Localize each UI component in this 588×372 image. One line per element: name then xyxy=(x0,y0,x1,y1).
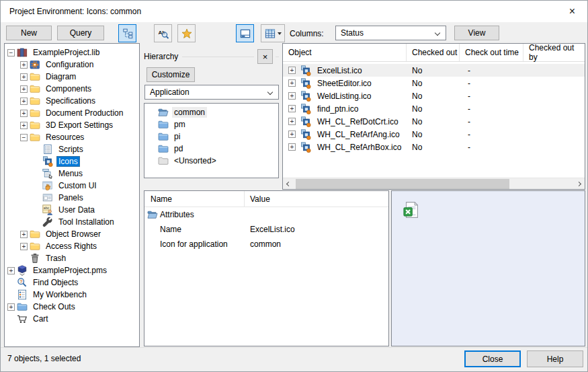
tree-item[interactable]: + Object Browser xyxy=(5,228,139,240)
object-row[interactable]: + WH_CL_RefArhBox.ico No - xyxy=(283,141,585,153)
tree-item[interactable]: Scripts xyxy=(5,143,139,155)
hierarchy-folder-item[interactable]: pi xyxy=(144,131,278,143)
new-button[interactable]: New xyxy=(6,26,52,40)
columns-select[interactable]: Status xyxy=(335,26,446,40)
tree-item[interactable]: Menus xyxy=(5,168,139,180)
column-settings-button[interactable] xyxy=(261,24,285,42)
column-header-check-out-time[interactable]: Check out time xyxy=(460,44,523,61)
name-column-header[interactable]: Name xyxy=(144,191,245,207)
tree-item[interactable]: + Access Rights xyxy=(5,240,139,252)
scrollbar-thumb[interactable] xyxy=(296,179,509,189)
expander-icon[interactable]: + xyxy=(20,85,28,93)
expander-icon[interactable]: + xyxy=(20,122,28,129)
object-row[interactable]: + WH_CL_RefArfAng.ico No - xyxy=(283,128,585,141)
hierarchy-close-button[interactable]: × xyxy=(257,49,273,64)
properties-body: Attributes Name ExcelList.ico Icon xyxy=(144,207,388,252)
object-row[interactable]: + SheetEditor.ico No - xyxy=(283,77,585,89)
window-close-button[interactable]: × xyxy=(557,1,587,22)
search-button[interactable] xyxy=(154,24,172,42)
tree-item[interactable]: + ExampleProject.pms xyxy=(5,264,139,276)
hierarchy-folder-item[interactable]: <Unsorted> xyxy=(144,155,278,167)
tree-item-label: Cart xyxy=(31,313,50,324)
expander-icon[interactable]: + xyxy=(7,267,15,274)
expander-icon[interactable]: + xyxy=(288,92,296,100)
column-header-checked-out-by[interactable]: Checked out by xyxy=(523,44,585,61)
expander-icon[interactable]: + xyxy=(20,98,28,105)
tree-item[interactable]: − Resources xyxy=(5,131,139,143)
tree-item[interactable]: + 3D Export Settings xyxy=(5,119,139,131)
expander-icon[interactable]: + xyxy=(7,303,15,311)
customize-button[interactable]: Customize xyxy=(146,67,195,82)
tree-item[interactable]: − ExampleProject.lib xyxy=(5,46,139,59)
tree-item-label: Trash xyxy=(44,253,68,264)
expander-icon[interactable]: − xyxy=(7,49,15,57)
object-row[interactable]: + find_ptn.ico No - xyxy=(283,102,585,115)
close-button[interactable]: Close xyxy=(464,350,521,367)
tree-item[interactable]: Panels xyxy=(5,192,139,204)
query-button[interactable]: Query xyxy=(57,26,104,40)
expander-icon[interactable]: + xyxy=(20,243,28,250)
property-row[interactable]: Icon for application common xyxy=(144,237,388,252)
scroll-right-arrow[interactable] xyxy=(573,178,585,190)
expander-icon[interactable]: + xyxy=(20,110,28,117)
object-row[interactable]: + WH_CL_RefDotCrt.ico No - xyxy=(283,115,585,128)
application-select[interactable]: Application xyxy=(144,85,279,100)
preview-layout-button[interactable] xyxy=(236,24,254,42)
tree-item[interactable]: Icons xyxy=(5,155,139,168)
expander-icon[interactable]: + xyxy=(20,61,28,69)
icons-icon xyxy=(300,78,311,89)
folder-icon xyxy=(30,83,40,94)
scroll-left-arrow[interactable] xyxy=(283,178,294,190)
help-button[interactable]: Help xyxy=(527,350,583,367)
folder-icon xyxy=(30,108,40,118)
tree-item[interactable]: Trash xyxy=(5,252,139,264)
expander-icon[interactable]: + xyxy=(288,79,296,87)
tree-item[interactable]: + Components xyxy=(5,83,139,95)
expander-icon[interactable]: + xyxy=(20,73,28,81)
icons-icon xyxy=(300,104,311,114)
object-row[interactable]: + ExcelList.ico No - xyxy=(283,64,585,77)
object-row[interactable]: + WeldListing.ico No - xyxy=(283,89,585,102)
tree-item[interactable]: + Diagram xyxy=(5,71,139,83)
pms-icon xyxy=(17,265,28,276)
project-tree: − ExampleProject.lib + Configuration + D… xyxy=(4,43,140,347)
object-name: WH_CL_RefArhBox.ico xyxy=(317,143,401,152)
folder-blue-icon xyxy=(17,301,28,312)
tree-item[interactable]: User Data xyxy=(5,204,139,216)
columns-select-value: Status xyxy=(341,28,364,38)
view-button[interactable]: View xyxy=(454,26,499,40)
tree-item[interactable]: Cart xyxy=(5,313,139,325)
property-row[interactable]: Attributes xyxy=(144,207,388,222)
expander-icon[interactable]: + xyxy=(288,143,296,151)
expander-icon[interactable]: + xyxy=(288,105,296,112)
tree-item[interactable]: + Specifications xyxy=(5,95,139,107)
hierarchy-folder-item[interactable]: common xyxy=(144,106,278,118)
userdata-icon xyxy=(42,204,53,215)
tree-item[interactable]: + Check Outs xyxy=(5,301,139,313)
favorites-button[interactable] xyxy=(177,24,196,42)
tree-item[interactable]: Find Objects xyxy=(5,276,139,289)
expander-icon[interactable]: − xyxy=(20,134,28,141)
tree-item[interactable]: Tool Installation xyxy=(5,216,139,228)
expander-icon[interactable]: + xyxy=(288,67,296,74)
tree-item[interactable]: + Document Production xyxy=(5,107,139,119)
tree-item-label: Tool Installation xyxy=(56,217,116,227)
tree-item[interactable]: My Workbench xyxy=(5,289,139,301)
hierarchy-view-button[interactable] xyxy=(118,24,136,42)
expander-icon[interactable]: + xyxy=(288,131,296,138)
value-column-header[interactable]: Value xyxy=(245,191,388,207)
check-out-time-cell: - xyxy=(460,130,523,139)
tb-star-icon xyxy=(181,28,192,39)
tree-item-label: Configuration xyxy=(44,59,95,70)
property-row[interactable]: Name ExcelList.ico xyxy=(144,222,388,237)
column-header-checked-out[interactable]: Checked out xyxy=(407,44,460,61)
expander-icon[interactable]: + xyxy=(20,231,28,238)
hierarchy-folder-item[interactable]: pd xyxy=(144,143,278,155)
horizontal-scrollbar[interactable] xyxy=(283,178,585,189)
column-header-object[interactable]: Object xyxy=(283,44,407,61)
expander-icon[interactable]: + xyxy=(288,118,296,125)
tree-item[interactable]: + Configuration xyxy=(5,59,139,71)
tree-item[interactable]: Custom UI xyxy=(5,180,139,192)
hierarchy-folder-item[interactable]: pm xyxy=(144,118,278,131)
tree-item-label: Panels xyxy=(56,192,85,203)
